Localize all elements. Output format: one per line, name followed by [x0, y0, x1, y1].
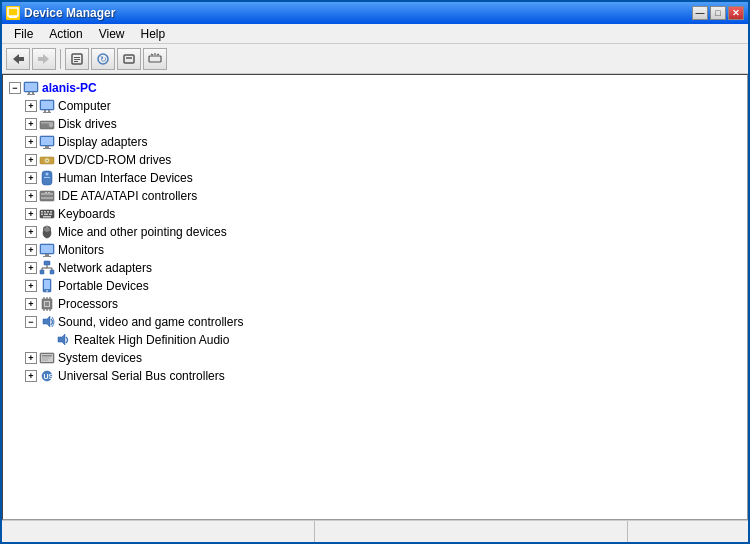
network-label: Network adapters — [58, 261, 152, 275]
menu-help[interactable]: Help — [133, 25, 174, 43]
svg-rect-0 — [8, 8, 18, 16]
properties-button[interactable] — [65, 48, 89, 70]
usb-expand[interactable]: + — [25, 370, 37, 382]
tree-sound[interactable]: − Sound, video and game controllers — [23, 313, 743, 331]
tree-keyboards[interactable]: + Keyboards — [23, 205, 743, 223]
realtek-icon — [55, 332, 71, 348]
uninstall-button[interactable] — [117, 48, 141, 70]
scan-hardware-button[interactable] — [143, 48, 167, 70]
svg-text:↻: ↻ — [100, 55, 107, 64]
root-label: alanis-PC — [42, 81, 97, 95]
dvd-expand[interactable]: + — [25, 154, 37, 166]
computer-icon — [39, 98, 55, 114]
svg-rect-29 — [43, 112, 51, 113]
system-icon — [39, 350, 55, 366]
keyboards-expand[interactable]: + — [25, 208, 37, 220]
tree-ide[interactable]: + IDE ATA/ATAPI controllers — [23, 187, 743, 205]
svg-rect-92 — [42, 358, 50, 359]
maximize-button[interactable]: □ — [710, 6, 726, 20]
network-icon — [39, 260, 55, 276]
svg-rect-37 — [43, 148, 51, 149]
status-text — [2, 521, 315, 542]
back-button[interactable] — [6, 48, 30, 70]
svg-rect-91 — [42, 355, 52, 357]
tree-system[interactable]: + System devices — [23, 349, 743, 367]
hid-icon — [39, 170, 55, 186]
window-controls: — □ ✕ — [692, 6, 744, 20]
menu-action[interactable]: Action — [41, 25, 90, 43]
svg-point-77 — [46, 290, 48, 292]
update-driver-button[interactable]: ↻ — [91, 48, 115, 70]
processors-expand[interactable]: + — [25, 298, 37, 310]
svg-point-62 — [47, 228, 50, 232]
forward-button[interactable] — [32, 48, 56, 70]
svg-rect-69 — [40, 270, 44, 274]
svg-rect-35 — [41, 137, 53, 145]
tree-network[interactable]: + Network adapters — [23, 259, 743, 277]
system-expand[interactable]: + — [25, 352, 37, 364]
mice-expand[interactable]: + — [25, 226, 37, 238]
portable-icon — [39, 278, 55, 294]
svg-rect-28 — [48, 110, 50, 112]
menu-file[interactable]: File — [6, 25, 41, 43]
processors-label: Processors — [58, 297, 118, 311]
tree-processors[interactable]: + Processors — [23, 295, 743, 313]
svg-rect-23 — [32, 92, 34, 94]
hid-label: Human Interface Devices — [58, 171, 193, 185]
tree-usb[interactable]: + USB Universal Serial Bus controllers — [23, 367, 743, 385]
svg-rect-57 — [43, 216, 51, 218]
disk-expand[interactable]: + — [25, 118, 37, 130]
portable-expand[interactable]: + — [25, 280, 37, 292]
mice-icon — [39, 224, 55, 240]
svg-rect-53 — [50, 211, 52, 213]
svg-rect-7 — [38, 57, 43, 61]
ide-label: IDE ATA/ATAPI controllers — [58, 189, 197, 203]
svg-rect-21 — [25, 83, 37, 91]
tree-display[interactable]: + Display adapters — [23, 133, 743, 151]
monitors-expand[interactable]: + — [25, 244, 37, 256]
svg-rect-47 — [45, 192, 47, 193]
keyboards-icon — [39, 206, 55, 222]
hid-expand[interactable]: + — [25, 172, 37, 184]
svg-point-40 — [46, 160, 48, 162]
tree-root[interactable]: − alanis-PC — [7, 79, 743, 97]
tree-hid[interactable]: + Human Interface Devices — [23, 169, 743, 187]
main-content: − alanis-PC + — [2, 74, 748, 520]
usb-icon: USB — [39, 368, 55, 384]
svg-rect-46 — [41, 197, 53, 199]
computer-expand[interactable]: + — [25, 100, 37, 112]
display-expand[interactable]: + — [25, 136, 37, 148]
close-button[interactable]: ✕ — [728, 6, 744, 20]
status-panel-2 — [315, 521, 628, 542]
tree-monitors[interactable]: + Monitors — [23, 241, 743, 259]
svg-point-33 — [50, 124, 52, 126]
ide-expand[interactable]: + — [25, 190, 37, 202]
root-expand[interactable]: − — [9, 82, 21, 94]
tree-dvd[interactable]: + DVD/CD-ROM drives — [23, 151, 743, 169]
menu-view[interactable]: View — [91, 25, 133, 43]
tree-computer[interactable]: + Computer — [23, 97, 743, 115]
toolbar-separator-1 — [60, 49, 61, 69]
sound-expand[interactable]: − — [25, 316, 37, 328]
minimize-button[interactable]: — — [692, 6, 708, 20]
tree-mice[interactable]: + Mice and other pointing devices — [23, 223, 743, 241]
svg-rect-48 — [48, 192, 50, 193]
network-expand[interactable]: + — [25, 262, 37, 274]
disk-icon — [39, 116, 55, 132]
device-tree[interactable]: − alanis-PC + — [5, 77, 745, 517]
svg-rect-66 — [45, 254, 49, 256]
svg-rect-50 — [41, 211, 43, 213]
tree-portable[interactable]: + Portable Devices — [23, 277, 743, 295]
svg-rect-11 — [74, 61, 78, 62]
dvd-icon — [39, 152, 55, 168]
monitors-icon — [39, 242, 55, 258]
window-icon — [6, 6, 20, 20]
tree-realtek[interactable]: Realtek High Definition Audio — [39, 331, 743, 349]
ide-icon — [39, 188, 55, 204]
svg-rect-22 — [28, 92, 30, 94]
tree-disk-drives[interactable]: + Disk drives — [23, 115, 743, 133]
svg-rect-36 — [45, 146, 49, 148]
disk-label: Disk drives — [58, 117, 117, 131]
svg-text:USB: USB — [44, 373, 56, 380]
pc-icon — [23, 80, 39, 96]
